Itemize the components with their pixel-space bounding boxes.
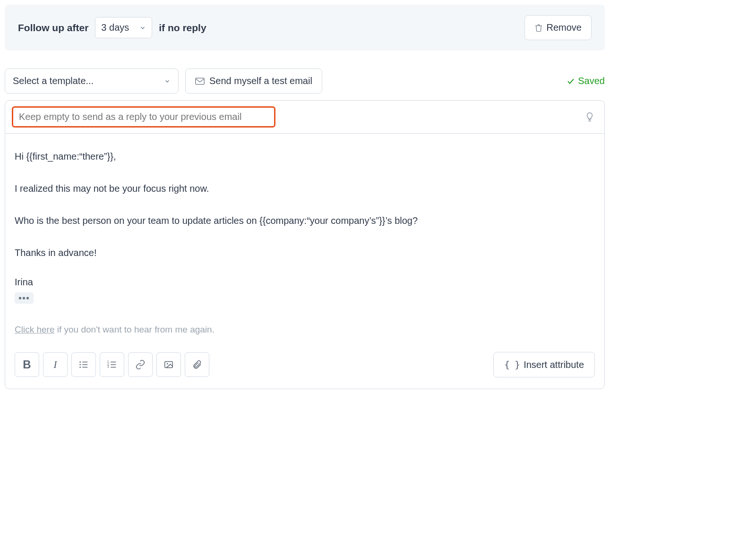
lightbulb-icon[interactable] — [584, 112, 595, 122]
bullet-list-button[interactable] — [71, 352, 96, 377]
braces-icon: { } — [504, 359, 520, 370]
unsubscribe-text: if you don't want to hear from me again. — [54, 324, 214, 334]
chevron-down-icon — [139, 25, 146, 31]
insert-attribute-label: Insert attribute — [524, 359, 584, 370]
svg-point-14 — [167, 363, 168, 365]
unsubscribe-link[interactable]: Click here — [15, 324, 54, 334]
follow-up-suffix: if no reply — [159, 22, 206, 34]
svg-point-3 — [79, 364, 81, 366]
template-placeholder: Select a template... — [13, 76, 94, 86]
italic-button[interactable]: I — [43, 352, 68, 377]
body-line-2: Who is the best person on your team to u… — [15, 214, 595, 227]
italic-icon: I — [53, 358, 57, 371]
body-greeting: Hi {{first_name:“there”}}, — [15, 150, 595, 163]
remove-label: Remove — [547, 22, 582, 33]
remove-button[interactable]: Remove — [524, 15, 592, 40]
paperclip-icon — [192, 359, 202, 370]
check-icon — [567, 77, 575, 85]
svg-rect-0 — [196, 78, 204, 84]
link-button[interactable] — [128, 352, 153, 377]
bold-icon: B — [23, 358, 31, 371]
delay-value: 3 days — [101, 22, 129, 33]
send-test-email-button[interactable]: Send myself a test email — [185, 68, 322, 94]
follow-up-prefix: Follow up after — [18, 22, 88, 34]
numbered-list-button[interactable]: 1 2 3 — [100, 352, 124, 377]
follow-up-header: Follow up after 3 days if no reply Remov… — [5, 5, 605, 51]
subject-row — [5, 101, 604, 134]
numbered-list-icon: 1 2 3 — [107, 359, 117, 370]
editor-toolbar: B I 1 2 — [5, 352, 604, 389]
trash-icon — [534, 24, 543, 32]
link-icon — [135, 359, 146, 370]
image-icon — [163, 359, 174, 370]
insert-attribute-button[interactable]: { } Insert attribute — [493, 352, 595, 377]
envelope-icon — [195, 77, 205, 85]
body-line-3: Thanks in advance! — [15, 246, 595, 259]
attachment-button[interactable] — [185, 352, 209, 377]
body-line-1: I realized this may not be your focus ri… — [15, 182, 595, 195]
test-email-label: Send myself a test email — [209, 76, 312, 86]
subject-input[interactable] — [12, 106, 275, 128]
svg-rect-13 — [165, 362, 173, 368]
template-select[interactable]: Select a template... — [5, 68, 179, 94]
controls-row: Select a template... Send myself a test … — [5, 68, 605, 94]
signature-toggle[interactable]: ••• — [15, 292, 34, 304]
body-signature: Irina — [15, 275, 595, 289]
svg-point-5 — [79, 367, 81, 368]
svg-text:3: 3 — [107, 365, 109, 368]
bullet-list-icon — [78, 359, 89, 370]
saved-label: Saved — [578, 76, 605, 86]
bold-button[interactable]: B — [15, 352, 39, 377]
follow-up-config: Follow up after 3 days if no reply — [18, 17, 206, 38]
email-editor: Hi {{first_name:“there”}}, I realized th… — [5, 100, 605, 389]
saved-status: Saved — [567, 76, 605, 86]
delay-select[interactable]: 3 days — [95, 17, 152, 38]
email-body[interactable]: Hi {{first_name:“there”}}, I realized th… — [5, 134, 604, 335]
chevron-down-icon — [164, 78, 171, 85]
svg-point-1 — [79, 361, 81, 363]
image-button[interactable] — [156, 352, 181, 377]
unsubscribe-line: Click here if you don't want to hear fro… — [15, 324, 595, 335]
